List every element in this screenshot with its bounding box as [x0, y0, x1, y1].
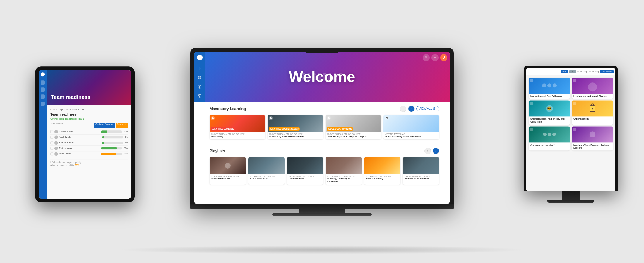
monitor-card[interactable]: Leading Innovation and Change [572, 78, 613, 99]
course-info: Attend a Webinar Whistleblowing with Con… [383, 132, 439, 139]
playlist-card[interactable]: 5 LEARNING EXPERIENCES Data Security [287, 157, 323, 185]
monitor-content[interactable]: Innovation and Fast Following L [526, 75, 615, 191]
card-thumb [572, 126, 613, 142]
row-checkbox[interactable] [50, 152, 53, 155]
course-card[interactable]: Attend a Webinar Whistleblowing with Con… [383, 115, 439, 139]
monitor-card[interactable]: Are you even learning? [529, 126, 570, 151]
playlist-thumb [403, 157, 439, 174]
tablet-nav-collapse[interactable] [41, 80, 45, 85]
laptop-sidebar [194, 52, 205, 102]
course-info: Undertake an Online Course Anti Bribery … [326, 132, 381, 139]
tablet-content[interactable]: Current department: Commercial Team read… [47, 105, 131, 199]
tablet-nav-compass[interactable] [41, 94, 45, 99]
playlist-thumb [326, 157, 362, 174]
playlist-count: 1 LEARNING EXPERIENCE [405, 175, 437, 177]
row-checkbox[interactable] [50, 136, 53, 139]
row-avatar [54, 135, 58, 139]
playlist-card[interactable]: 2 LEARNING EXPERIENCES Welcome to CMB [210, 157, 246, 185]
course-card[interactable]: ⚠ DUE SOON 24/03/2023 Undertake an Onlin… [326, 115, 381, 139]
playlist-card[interactable]: 1 LEARNING EXPERIENCE Policies & Procedu… [403, 157, 439, 185]
nav-grid-icon[interactable] [197, 75, 202, 80]
playlist-info: 2 LEARNING EXPERIENCES Welcome to CMB [210, 174, 246, 181]
playlist-count: 2 LEARNING EXPERIENCES [211, 175, 244, 177]
table-row[interactable]: Enrique Mason 75% [50, 146, 128, 151]
card-thumb: 😎 [529, 101, 570, 117]
tablet-col-biz: Business [116, 123, 128, 128]
monitor-toolbar: Grid List Ascending Descending Last adde… [526, 68, 615, 75]
playlist-card[interactable]: 5 LEARNING EXPERIENCES Equality, Diversi… [326, 157, 362, 185]
table-row[interactable]: Hailie Wilkins 70% [50, 151, 128, 157]
main-content[interactable]: Mandatory Learning ‹ › VIEW ALL (6) [194, 102, 450, 204]
user-avatar[interactable]: U [440, 54, 447, 61]
descending-label: Descending [588, 71, 599, 73]
card-info: Leading a Team Remotely for New Leaders [572, 142, 613, 151]
row-checkbox[interactable] [50, 147, 53, 150]
course-card[interactable]: ⚠ EXPIRED 02/01/2023 Undertake an Online… [210, 115, 265, 139]
row-name: Enrique Mason [59, 147, 100, 149]
playlist-card[interactable]: 3 LEARNING EXPERIENCES Health & Safety [364, 157, 400, 185]
tablet-body: Team readiness Current department: Comme… [35, 66, 135, 202]
mandatory-view-all-btn[interactable]: VIEW ALL (6) [416, 106, 439, 111]
row-avatar [54, 152, 58, 156]
monitor-card[interactable]: Innovation and Fast Following [529, 78, 570, 99]
mandatory-next-btn[interactable]: › [408, 106, 415, 112]
nav-collapse-icon[interactable] [197, 66, 202, 71]
playlist-thumb [248, 157, 285, 174]
card-title: Cyber Security [573, 118, 611, 121]
mandatory-prev-btn[interactable]: ‹ [400, 106, 406, 112]
playlist-info: 1 LEARNING EXPERIENCE Anti-Corruption [248, 174, 285, 181]
row-name: Hailie Wilkins [59, 153, 100, 155]
course-info: Undertake an Online Course Fire Safety [210, 132, 265, 139]
last-added-btn[interactable]: Last added [600, 70, 614, 73]
card-info: Innovation and Fast Following [529, 94, 570, 99]
add-icon-button[interactable] [431, 54, 439, 61]
laptop-screen: Welcome U [194, 52, 450, 204]
tablet-dept-label: Current department: Commercial [50, 108, 128, 111]
tablet-screen: Team readiness Current department: Comme… [39, 70, 131, 199]
row-name: Aleah Sparks [59, 136, 101, 138]
badge-expired: ⚠ EXPIRED 02/01/2023 [211, 127, 235, 131]
playlist-name: Data Security [289, 177, 321, 180]
course-card[interactable]: ⚠ EXPIRES SOON 24/03/2023 Undertake an O… [268, 115, 323, 139]
card-info: Leading Innovation and Change [572, 94, 613, 99]
nav-compass-icon[interactable] [197, 84, 202, 89]
table-row[interactable]: Aleah Sparks 8% [50, 135, 128, 140]
list-view-btn[interactable]: List [569, 70, 576, 73]
tablet-readiness-pct: 55% [78, 118, 82, 120]
tablet-nav-globe[interactable] [41, 102, 45, 106]
search-icon-button[interactable] [423, 54, 430, 61]
laptop-device: Welcome U [190, 48, 454, 216]
app-logo [197, 55, 203, 60]
course-type-icon [327, 116, 331, 120]
playlist-info: 1 LEARNING EXPERIENCE Policies & Procedu… [403, 174, 439, 181]
monitor-card[interactable]: Leading a Team Remotely for New Leaders [572, 126, 613, 151]
playlist-card[interactable]: 1 LEARNING EXPERIENCE Anti-Corruption [248, 157, 285, 185]
course-name: Anti Bribery and Corruption: Top-up [327, 135, 379, 138]
grid-view-btn[interactable]: Grid [561, 70, 568, 73]
ascending-label: Ascending [577, 71, 587, 73]
section-divider [210, 144, 439, 144]
table-row[interactable]: Andrew Roberts 7% [50, 140, 128, 146]
playlist-name: Health & Safety [366, 177, 399, 180]
row-bar-wrap [101, 130, 122, 133]
card-info: Cyber Security [572, 117, 613, 122]
laptop-notch [304, 48, 340, 53]
all-members-pct: 59% [75, 164, 79, 166]
course-type: Undertake an Online Course [269, 133, 321, 135]
row-checkbox[interactable] [50, 141, 53, 144]
playlists-prev-btn[interactable]: ‹ [424, 148, 431, 154]
tablet-hero: Team readiness [47, 70, 131, 105]
monitor-body: Grid List Ascending Descending Last adde… [524, 66, 618, 191]
nav-globe-icon[interactable] [197, 93, 202, 98]
playlists-next-btn[interactable]: › [433, 148, 439, 154]
table-row[interactable]: Carmen Muster 30% [50, 129, 128, 135]
monitor-card[interactable]: 😎 Smart Revision: Anti-bribery and Corru… [529, 101, 570, 125]
row-checkbox[interactable] [50, 130, 53, 133]
laptop-body: Welcome U [190, 48, 454, 204]
row-name: Carmen Muster [59, 130, 100, 133]
monitor-card[interactable]: Cyber Security [572, 101, 613, 125]
tablet-section-title: Team readiness [50, 112, 128, 116]
tablet-nav-grid[interactable] [41, 87, 45, 92]
hero-title: Welcome [289, 68, 355, 85]
monitor-card-grid: Innovation and Fast Following L [529, 78, 613, 151]
